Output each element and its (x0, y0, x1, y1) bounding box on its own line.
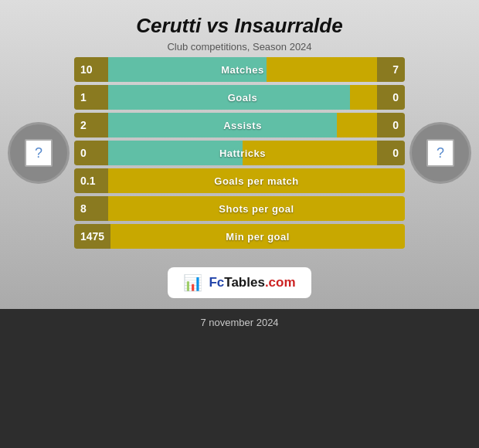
left-avatar-placeholder: ? (25, 139, 53, 167)
subtitle: Club competitions, Season 2024 (8, 41, 471, 53)
question-icon-right: ? (437, 145, 444, 161)
stat-label-min-per-goal: Min per goal (226, 231, 290, 243)
stat-bar-matches: Matches (108, 57, 377, 82)
logo-tables: Tables (224, 275, 265, 290)
stat-row-goals: 1 Goals 0 (74, 85, 405, 110)
logo-com: .com (265, 275, 296, 290)
stat-right-matches: 7 (377, 57, 405, 82)
stat-row-matches: 10 Matches 7 (74, 57, 405, 82)
bottom-area: 7 november 2024 (0, 309, 479, 448)
stat-bar-goals-per-match: Goals per match (108, 168, 405, 193)
stat-left-goals: 1 (74, 85, 108, 110)
logo-text: FcTables.com (209, 275, 295, 290)
stat-left-assists: 2 (74, 113, 108, 137)
stat-right-assists: 0 (377, 113, 405, 137)
page-title: Cerutti vs Insaurralde (8, 14, 471, 41)
stat-left-hattricks: 0 (74, 141, 108, 165)
header: Cerutti vs Insaurralde Club competitions… (0, 0, 479, 57)
stat-bar-assists: Assists (108, 113, 377, 137)
stat-left-matches: 10 (74, 57, 108, 82)
right-avatar-placeholder: ? (426, 139, 454, 167)
stat-right-goals: 0 (377, 85, 405, 110)
stat-shots-per-goal: 8 Shots per goal (74, 196, 405, 221)
stat-label-hattricks: Hattricks (219, 148, 266, 159)
top-section: Cerutti vs Insaurralde Club competitions… (0, 0, 479, 309)
logo-area: 📊 FcTables.com (168, 267, 311, 298)
stat-right-hattricks: 0 (377, 141, 405, 165)
stats-panel: 10 Matches 7 1 Goals 0 2 Assis (70, 57, 409, 249)
stat-bar-shots-per-goal: Shots per goal (108, 196, 405, 221)
stat-val-shots-per-goal: 8 (74, 196, 108, 221)
stat-fill-assists (108, 113, 337, 137)
left-avatar: ? (8, 122, 70, 184)
stat-label-assists: Assists (223, 120, 262, 131)
stat-row-assists: 2 Assists 0 (74, 113, 405, 137)
right-avatar: ? (409, 122, 471, 184)
stat-min-per-goal: 1475 Min per goal (74, 224, 405, 249)
footer-date: 7 november 2024 (0, 309, 479, 328)
stat-val-min-per-goal: 1475 (74, 224, 110, 249)
stat-label-goals: Goals (228, 92, 258, 104)
logo-icon: 📊 (183, 273, 202, 292)
stat-val-goals-per-match: 0.1 (74, 168, 108, 193)
logo-fc: Fc (209, 275, 224, 290)
stat-bar-goals: Goals (108, 85, 377, 110)
stat-label-goals-per-match: Goals per match (214, 175, 298, 187)
stat-label-matches: Matches (221, 64, 264, 76)
stat-bar-min-per-goal: Min per goal (110, 224, 405, 249)
stat-bar-hattricks: Hattricks (108, 141, 377, 165)
question-icon: ? (35, 145, 42, 161)
stat-row-hattricks: 0 Hattricks 0 (74, 141, 405, 165)
stat-goals-per-match: 0.1 Goals per match (74, 168, 405, 193)
content-area: ? 10 Matches 7 1 Goals 0 (0, 57, 479, 249)
stat-label-shots-per-goal: Shots per goal (219, 203, 294, 215)
